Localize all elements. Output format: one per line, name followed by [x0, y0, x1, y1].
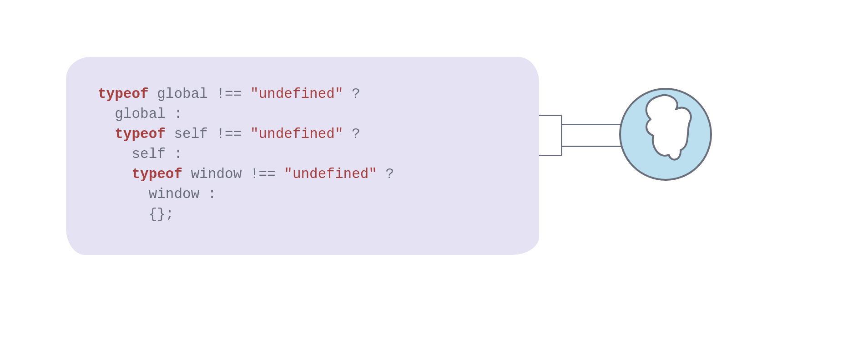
colon: : — [208, 186, 217, 202]
connector-line — [561, 115, 562, 156]
colon: : — [174, 146, 182, 162]
identifier-window: window — [191, 166, 242, 182]
ternary-q: ? — [386, 166, 394, 182]
globe-icon — [618, 86, 713, 182]
string-undefined: "undefined" — [250, 126, 343, 142]
identifier-global: global — [157, 86, 208, 102]
keyword-typeof: typeof — [115, 126, 166, 142]
identifier-global: global — [115, 106, 166, 122]
code-panel: typeof global !== "undefined" ? global :… — [66, 57, 539, 255]
ternary-q: ? — [352, 86, 360, 102]
identifier-self: self — [131, 146, 165, 162]
operator-neq: !== — [216, 86, 242, 102]
identifier-window: window — [149, 186, 200, 202]
operator-neq: !== — [250, 166, 276, 182]
connector-line — [539, 155, 562, 156]
keyword-typeof: typeof — [131, 166, 182, 182]
string-undefined: "undefined" — [284, 166, 377, 182]
ternary-q: ? — [352, 126, 360, 142]
diagram-canvas: typeof global !== "undefined" ? global :… — [0, 0, 868, 361]
keyword-typeof: typeof — [98, 86, 149, 102]
connector-line — [539, 115, 562, 116]
colon: : — [174, 106, 182, 122]
code-block: typeof global !== "undefined" ? global :… — [98, 84, 521, 224]
identifier-self: self — [174, 126, 207, 142]
operator-neq: !== — [216, 126, 242, 142]
string-undefined: "undefined" — [250, 86, 343, 102]
empty-object: {}; — [149, 206, 174, 222]
